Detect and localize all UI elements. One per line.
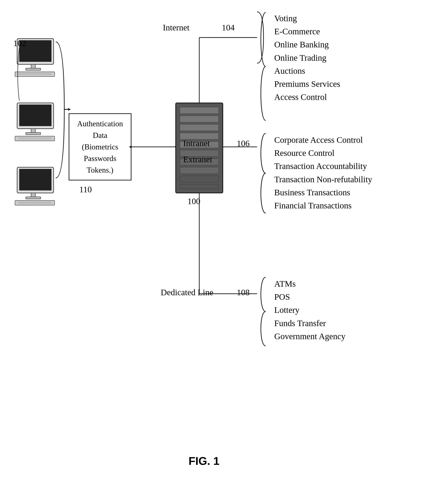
diagram-svg: 102: [0, 0, 448, 494]
svg-rect-3: [26, 68, 41, 70]
svg-rect-7: [19, 105, 51, 126]
svg-rect-15: [26, 197, 41, 199]
svg-marker-24: [175, 146, 178, 148]
internet-items-list: Voting E-Commerce Online Banking Online …: [274, 12, 340, 104]
internet-label: Internet: [163, 23, 189, 33]
svg-rect-28: [180, 116, 219, 122]
intranet-item-4: Transaction Non-refutability: [274, 173, 372, 186]
dedicated-item-2: POS: [274, 290, 345, 303]
label-110: 110: [79, 184, 92, 195]
auth-line4: Passwords: [77, 153, 123, 164]
auth-line5: Tokens.): [77, 164, 123, 176]
auth-line3: (Biometrics: [77, 141, 123, 153]
svg-marker-20: [68, 108, 71, 111]
extranet-label: Extranet: [183, 154, 212, 164]
dedicated-item-5: Government Agency: [274, 330, 345, 343]
svg-rect-34: [180, 167, 219, 174]
label-106: 106: [237, 138, 250, 148]
internet-item-5: Auctions: [274, 64, 340, 77]
internet-item-6: Premiums Services: [274, 77, 340, 90]
svg-rect-16: [15, 200, 55, 205]
svg-rect-4: [15, 72, 55, 76]
svg-rect-17: [18, 201, 51, 204]
internet-item-3: Online Banking: [274, 38, 340, 51]
svg-rect-35: [180, 176, 219, 182]
svg-rect-10: [15, 136, 55, 141]
svg-rect-5: [18, 73, 51, 75]
auth-line2: Data: [77, 129, 123, 141]
intranet-item-3: Transaction Accountability: [274, 160, 372, 173]
intranet-label: Intranet: [183, 138, 210, 148]
svg-rect-1: [19, 40, 51, 62]
auth-line1: Authentication: [77, 118, 123, 129]
intranet-item-2: Resource Control: [274, 147, 372, 160]
svg-text:102: 102: [13, 38, 26, 48]
label-100: 100: [188, 196, 200, 206]
svg-rect-0: [17, 39, 54, 64]
internet-item-1: Voting: [274, 12, 340, 25]
svg-rect-9: [26, 133, 41, 135]
svg-rect-6: [17, 103, 54, 129]
figure-label: FIG. 1: [189, 455, 219, 468]
svg-rect-11: [18, 137, 51, 139]
intranet-item-1: Corporate Access Control: [274, 133, 372, 147]
intranet-items-list: Corporate Access Control Resource Contro…: [274, 133, 372, 212]
dedicated-item-4: Funds Transfer: [274, 317, 345, 330]
diagram-container: 102: [0, 0, 448, 494]
intranet-item-5: Business Transactions: [274, 186, 372, 199]
svg-rect-14: [31, 193, 35, 197]
internet-item-2: E-Commerce: [274, 25, 340, 38]
internet-item-7: Access Control: [274, 90, 340, 104]
svg-rect-13: [19, 169, 51, 190]
dedicated-item-3: Lottery: [274, 303, 345, 317]
svg-rect-29: [180, 124, 219, 131]
label-104: 104: [222, 23, 235, 33]
dedicated-items-list: ATMs POS Lottery Funds Transfer Governme…: [274, 277, 345, 343]
svg-rect-12: [17, 167, 54, 193]
label-108: 108: [237, 287, 250, 297]
dedicated-item-1: ATMs: [274, 277, 345, 290]
svg-rect-8: [31, 129, 35, 133]
intranet-item-6: Financial Transactions: [274, 199, 372, 212]
dedicated-label: Dedicated Line: [161, 287, 213, 297]
svg-rect-36: [180, 184, 219, 189]
auth-box-content: Authentication Data (Biometrics Password…: [77, 118, 123, 176]
svg-rect-27: [180, 107, 219, 114]
svg-rect-2: [31, 64, 35, 69]
internet-item-4: Online Trading: [274, 51, 340, 64]
